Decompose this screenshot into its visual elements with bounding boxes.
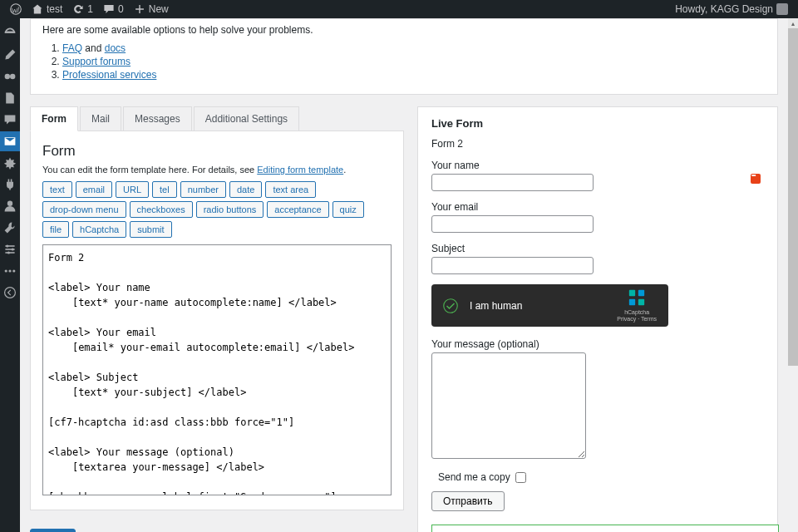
live-title: Live Form	[431, 117, 764, 130]
updates[interactable]: 1	[69, 3, 96, 15]
label-subject: Subject	[431, 243, 764, 254]
comments[interactable]: 0	[100, 3, 127, 15]
form-panel: Form You can edit the form template here…	[30, 131, 404, 510]
pill-tel[interactable]: tel	[152, 181, 177, 198]
new[interactable]: New	[131, 3, 172, 15]
pill-submit[interactable]: submit	[130, 221, 171, 238]
pill-email[interactable]: email	[76, 181, 112, 198]
svg-point-9	[7, 251, 10, 254]
svg-point-11	[5, 269, 7, 272]
help-intro: Here are some available options to help …	[42, 24, 313, 36]
svg-point-2	[10, 74, 15, 79]
link-docs[interactable]: docs	[105, 42, 126, 54]
label-email: Your email	[431, 201, 764, 213]
menu-pages[interactable]	[0, 88, 20, 108]
menu-collapse[interactable]	[0, 283, 20, 303]
pill-quiz[interactable]: quiz	[332, 201, 364, 218]
tag-pills: textemailURLtelnumberdatetext areadrop-d…	[42, 181, 392, 238]
label-copy: Send me a copy	[438, 471, 510, 483]
tab-form[interactable]: Form	[30, 106, 78, 131]
menu-other[interactable]	[0, 261, 20, 281]
link-support[interactable]: Support forums	[62, 56, 131, 67]
admin-menu	[0, 18, 20, 532]
pill-number[interactable]: number	[180, 181, 226, 198]
pill-URL[interactable]: URL	[116, 181, 149, 198]
svg-point-14	[444, 298, 458, 313]
menu-dashboard[interactable]	[0, 23, 20, 43]
site-name[interactable]: test	[28, 3, 66, 15]
svg-point-1	[5, 74, 10, 79]
live-form-title: Form 2	[431, 138, 764, 150]
scroll-up-icon[interactable]: ▴	[788, 18, 798, 28]
menu-contact[interactable]	[0, 131, 20, 151]
pill-acceptance[interactable]: acceptance	[267, 201, 328, 218]
link-faq[interactable]: FAQ	[62, 42, 82, 54]
avatar	[776, 3, 788, 15]
svg-rect-15	[629, 290, 635, 296]
submit-button[interactable]: Отправить	[431, 491, 505, 511]
success-message: Thank you for your message. It has been …	[431, 525, 779, 532]
menu-settings[interactable]	[0, 239, 20, 259]
check-icon	[443, 298, 458, 313]
pill-file[interactable]: file	[42, 221, 69, 238]
svg-point-12	[12, 269, 15, 272]
checkbox-copy[interactable]	[515, 472, 526, 483]
hcaptcha-widget[interactable]: I am human hCaptcha Privacy · Terms	[431, 284, 668, 327]
pill-radio-buttons[interactable]: radio buttons	[196, 201, 264, 218]
help-panel: Here are some available options to help …	[30, 18, 778, 95]
input-message[interactable]	[431, 352, 586, 459]
pill-text-area[interactable]: text area	[265, 181, 316, 198]
menu-plugins[interactable]	[0, 175, 20, 195]
tab-mail[interactable]: Mail	[80, 106, 121, 131]
tab-settings[interactable]: Additional Settings	[194, 106, 299, 131]
pill-hCaptcha[interactable]: hCaptcha	[72, 221, 126, 238]
svg-point-7	[6, 244, 8, 247]
label-message: Your message (optional)	[431, 338, 764, 350]
pill-text[interactable]: text	[42, 181, 72, 198]
svg-point-3	[7, 201, 12, 206]
menu-media[interactable]	[0, 66, 20, 86]
wp-logo[interactable]	[7, 3, 25, 15]
live-form-panel: Live Form Form 2 Your name Your email Su…	[417, 106, 778, 532]
label-name: Your name	[431, 160, 764, 171]
save-button[interactable]: Save	[30, 529, 76, 532]
menu-tools[interactable]	[0, 218, 20, 238]
pill-checkboxes[interactable]: checkboxes	[130, 201, 193, 218]
scrollbar-thumb[interactable]	[788, 28, 798, 366]
input-name[interactable]	[431, 174, 594, 191]
admin-bar: test 1 0 New Howdy, KAGG Design	[0, 0, 798, 18]
link-template[interactable]: Editing form template	[257, 165, 343, 175]
menu-comments[interactable]	[0, 110, 20, 130]
svg-rect-18	[638, 299, 644, 305]
link-pro[interactable]: Professional services	[62, 69, 156, 81]
input-email[interactable]	[431, 215, 594, 233]
hcaptcha-text: I am human	[470, 300, 605, 312]
svg-point-13	[5, 288, 16, 298]
tab-messages[interactable]: Messages	[123, 106, 192, 131]
scrollbar[interactable]: ▴	[788, 18, 798, 532]
svg-rect-17	[629, 299, 635, 305]
panel-heading: Form	[42, 143, 392, 160]
content-area: Here are some available options to help …	[20, 18, 788, 532]
svg-rect-16	[638, 290, 644, 296]
howdy[interactable]: Howdy, KAGG Design	[672, 3, 791, 15]
menu-users[interactable]	[0, 196, 20, 216]
panel-help: You can edit the form template here. For…	[42, 165, 392, 175]
panel-tabs: Form Mail Messages Additional Settings	[30, 106, 404, 131]
menu-posts[interactable]	[0, 45, 20, 65]
hcaptcha-logo: hCaptcha Privacy · Terms	[617, 288, 657, 322]
input-subject[interactable]	[431, 257, 594, 274]
menu-appearance[interactable]	[0, 153, 20, 173]
svg-point-10	[8, 269, 11, 272]
pill-date[interactable]: date	[229, 181, 262, 198]
lastpass-icon[interactable]	[751, 174, 761, 184]
form-code[interactable]	[42, 244, 392, 495]
svg-point-8	[12, 248, 14, 250]
pill-drop-down-menu[interactable]: drop-down menu	[42, 201, 126, 218]
